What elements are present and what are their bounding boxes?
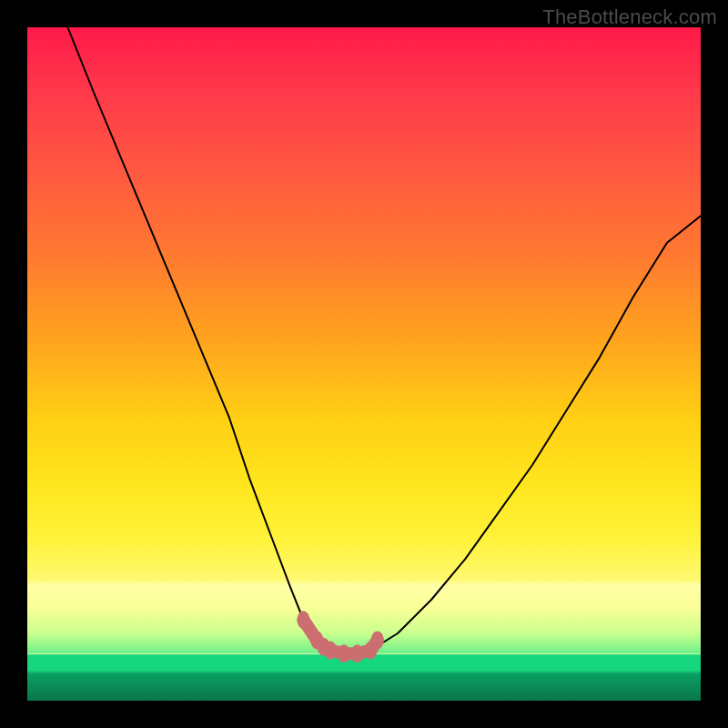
bottleneck-curve — [67, 27, 701, 653]
watermark-text: TheBottleneck.com — [542, 5, 717, 29]
marker-dot — [338, 644, 350, 662]
marker-dot — [371, 631, 384, 649]
chart-container: TheBottleneck.com — [0, 0, 728, 728]
marker-dot — [324, 642, 337, 660]
marker-dot — [351, 644, 364, 662]
plot-area — [27, 27, 701, 701]
curve-svg — [27, 27, 701, 701]
minimum-markers — [297, 611, 383, 662]
marker-dot — [297, 611, 309, 629]
